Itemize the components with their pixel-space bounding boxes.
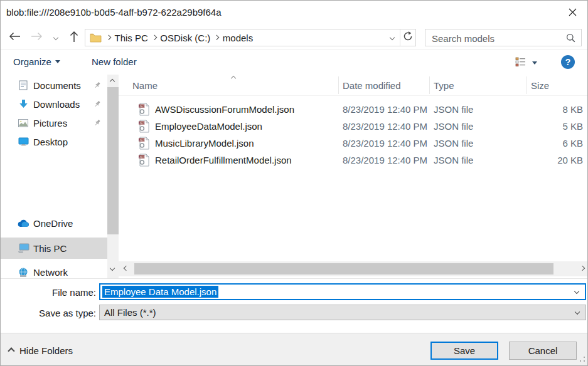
up-arrow-icon — [70, 31, 78, 45]
save-as-type-select[interactable]: All Files (*.*) — [99, 305, 586, 320]
chevron-down-icon — [53, 35, 58, 40]
up-button[interactable] — [66, 31, 82, 44]
column-header-date-modified[interactable]: Date modified — [343, 80, 401, 91]
sidebar-item-network[interactable]: Network — [1, 263, 107, 278]
close-button[interactable] — [564, 5, 581, 21]
scrollbar-thumb[interactable] — [107, 87, 119, 234]
pin-icon — [94, 119, 101, 127]
chevron-down-icon[interactable] — [574, 288, 579, 293]
save-button[interactable]: Save — [430, 342, 498, 360]
organize-label: Organize — [13, 56, 51, 67]
sidebar-scrollbar[interactable] — [107, 75, 119, 278]
file-type: JSON file — [434, 155, 473, 165]
scroll-down-icon[interactable] — [110, 266, 115, 271]
view-mode-caret-icon[interactable] — [532, 61, 537, 65]
sidebar-item-documents[interactable]: Documents — [1, 76, 107, 95]
file-name: EmployeeDataModel.json — [155, 121, 262, 132]
save-button-label: Save — [454, 345, 475, 356]
sidebar-item-this-pc[interactable]: This PC — [1, 238, 107, 259]
help-button[interactable]: ? — [561, 55, 575, 69]
sidebar-item-downloads[interactable]: Downloads — [1, 95, 107, 113]
column-divider[interactable] — [526, 76, 527, 94]
organize-menu-button[interactable]: Organize — [13, 56, 60, 67]
list-header: Name Date modified Type Size — [119, 75, 587, 96]
save-as-type-label: Save as type: — [1, 308, 96, 318]
sidebar-item-label: Network — [33, 267, 68, 278]
file-name-selected-text: Employee Data Model.json — [102, 286, 218, 298]
breadcrumb-osdisk[interactable]: OSDisk (C:) — [156, 33, 215, 43]
sort-ascending-icon — [231, 76, 236, 81]
scrollbar-thumb[interactable] — [134, 263, 553, 274]
desktop-icon — [17, 137, 29, 146]
sidebar-item-label: This PC — [33, 243, 67, 254]
file-name: AWSDiscussionForumModel.json — [155, 104, 294, 115]
file-row[interactable]: JSON EmployeeDataModel.json 8/23/2019 12… — [119, 118, 583, 135]
file-type: JSON file — [434, 121, 473, 132]
file-name: RetailOrderFulfillmentModel.json — [155, 155, 292, 165]
pin-icon — [94, 100, 101, 108]
file-name-input[interactable]: Employee Data Model.json — [99, 283, 586, 300]
scroll-up-icon[interactable] — [110, 79, 115, 84]
file-size: 8 KB — [526, 104, 583, 115]
scroll-right-icon[interactable] — [580, 266, 585, 271]
address-bar[interactable]: This PC OSDisk (C:) models — [85, 29, 416, 46]
back-arrow-icon — [9, 32, 21, 43]
navigation-bar: This PC OSDisk (C:) models — [1, 26, 587, 50]
back-button[interactable] — [6, 31, 23, 44]
refresh-icon — [403, 31, 413, 44]
file-date-modified: 8/23/2019 12:40 PM — [343, 104, 427, 115]
sidebar-item-label: Pictures — [33, 118, 67, 128]
view-mode-button[interactable] — [515, 57, 526, 69]
svg-text:JSON: JSON — [139, 139, 146, 142]
column-divider[interactable] — [338, 76, 339, 94]
download-arrow-icon — [17, 99, 29, 109]
file-date-modified: 8/23/2019 12:40 PM — [343, 138, 427, 149]
breadcrumb-this-pc[interactable]: This PC — [110, 33, 152, 43]
search-box — [425, 29, 582, 46]
file-list: Name Date modified Type Size JSON — [119, 75, 587, 278]
sidebar-item-label: Desktop — [33, 137, 68, 147]
main-area: Documents Downloads — [1, 75, 587, 278]
json-file-icon: JSON — [139, 137, 149, 152]
hide-folders-button[interactable]: Hide Folders — [9, 345, 73, 356]
file-row[interactable]: JSON RetailOrderFulfillmentModel.json 8/… — [119, 152, 583, 169]
file-size: 5 KB — [526, 121, 583, 132]
file-size: 20 KB — [526, 155, 583, 165]
file-row[interactable]: JSON MusicLibraryModel.json 8/23/2019 12… — [119, 135, 583, 152]
file-date-modified: 8/23/2019 12:40 PM — [343, 155, 427, 165]
sidebar-item-pictures[interactable]: Pictures — [1, 113, 107, 132]
caret-down-icon — [55, 60, 60, 63]
recent-locations-button[interactable] — [51, 31, 61, 44]
chevron-down-icon — [390, 35, 395, 40]
picture-icon — [17, 119, 29, 127]
sidebar-item-desktop[interactable]: Desktop — [1, 132, 107, 151]
close-icon — [569, 8, 577, 19]
sidebar-item-onedrive[interactable]: OneDrive — [1, 214, 107, 233]
column-divider[interactable] — [429, 76, 430, 94]
search-icon[interactable] — [566, 33, 575, 45]
file-name: MusicLibraryModel.json — [155, 138, 254, 149]
help-icon: ? — [565, 57, 571, 67]
cancel-button[interactable]: Cancel — [509, 342, 577, 360]
file-type: JSON file — [434, 138, 473, 149]
sidebar-item-label: OneDrive — [33, 218, 73, 229]
new-folder-button[interactable]: New folder — [92, 56, 137, 67]
file-list-horizontal-scrollbar[interactable] — [119, 261, 587, 276]
dialog-footer: Hide Folders Save Cancel — [1, 333, 587, 366]
chevron-down-icon[interactable] — [575, 309, 580, 314]
column-header-type[interactable]: Type — [434, 80, 454, 91]
breadcrumb-models[interactable]: models — [218, 33, 257, 43]
resize-grip[interactable] — [579, 353, 585, 365]
scroll-left-icon[interactable] — [124, 266, 129, 271]
column-header-name[interactable]: Name — [132, 80, 158, 91]
address-dropdown-button[interactable] — [385, 29, 400, 46]
svg-text:JSON: JSON — [139, 122, 146, 125]
refresh-button[interactable] — [400, 29, 415, 46]
this-pc-monitor-icon — [17, 243, 29, 253]
column-header-size[interactable]: Size — [531, 80, 549, 91]
file-row[interactable]: JSON AWSDiscussionForumModel.json 8/23/2… — [119, 101, 583, 118]
window-title: blob:file:///208e910b-b0d5-4aff-b972-622… — [6, 7, 222, 18]
hide-folders-label: Hide Folders — [19, 345, 73, 356]
search-input[interactable] — [430, 31, 562, 46]
forward-button[interactable] — [28, 31, 45, 44]
